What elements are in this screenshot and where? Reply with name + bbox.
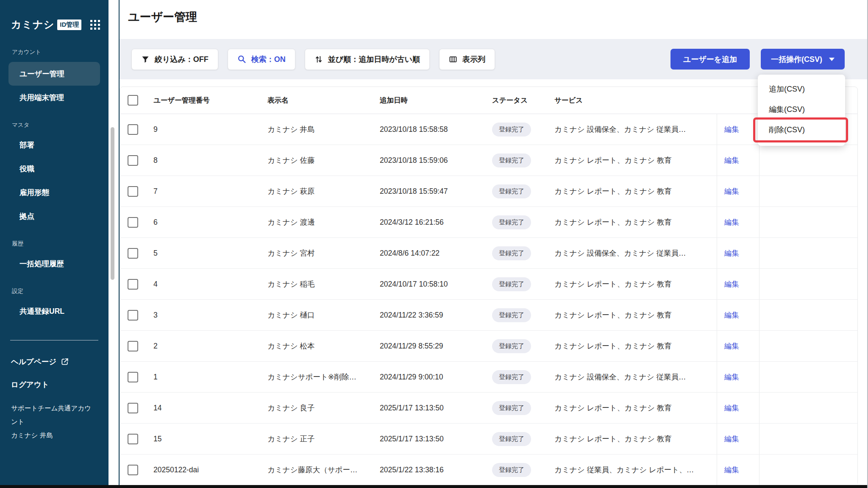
sidebar-item-employment-type[interactable]: 雇用形態 <box>0 181 108 204</box>
edit-link[interactable]: 編集 <box>724 124 739 134</box>
sidebar-panel: カミナシ ID管理 アカウント ユーザー管理 共用端末管理 マスタ 部署 <box>0 0 108 488</box>
sidebar-item-department[interactable]: 部署 <box>0 133 108 157</box>
menu-item-delete-csv[interactable]: 削除(CSV) <box>758 120 845 140</box>
account-user-name: カミナシ 井島 <box>11 429 97 442</box>
row-checkbox[interactable] <box>128 434 138 444</box>
row-user-id: 8 <box>146 156 260 165</box>
columns-button[interactable]: 表示列 <box>439 49 495 70</box>
columns-icon <box>449 55 457 64</box>
row-user-id: 2 <box>146 342 260 351</box>
row-display-name: カミナシ 井島 <box>260 124 373 134</box>
row-edit-cell: 編集 <box>717 207 759 237</box>
search-button[interactable]: 検索：ON <box>228 49 295 70</box>
row-extra-cell <box>759 331 857 361</box>
edit-link[interactable]: 編集 <box>724 155 739 165</box>
columns-button-label: 表示列 <box>462 54 485 64</box>
sidebar-item-user-management[interactable]: ユーザー管理 <box>8 62 100 86</box>
row-checkbox-cell <box>120 155 146 166</box>
bulk-operation-menu: 追加(CSV) 編集(CSV) 削除(CSV) <box>758 75 845 146</box>
table-row: 7 カミナシ 萩原 2023/10/18 15:59:47 登録完了 カミナシ … <box>120 176 857 207</box>
edit-link[interactable]: 編集 <box>724 341 739 351</box>
edit-link[interactable]: 編集 <box>724 372 739 382</box>
row-checkbox[interactable] <box>128 310 138 321</box>
row-checkbox-cell <box>120 124 146 135</box>
header-added-date[interactable]: 追加日時 <box>373 96 485 105</box>
sidebar-item-position[interactable]: 役職 <box>0 157 108 181</box>
header-service[interactable]: サービス <box>547 96 717 105</box>
current-account: サポートチーム共通アカウント カミナシ 井島 <box>11 402 97 442</box>
header-status[interactable]: ステータス <box>485 96 547 105</box>
search-button-label: 検索：ON <box>251 54 286 64</box>
edit-link[interactable]: 編集 <box>724 248 739 258</box>
row-edit-cell: 編集 <box>717 331 759 361</box>
sidebar-item-help-page[interactable]: ヘルプページ <box>11 357 108 367</box>
row-checkbox[interactable] <box>128 186 138 197</box>
brand-logo: カミナシ ID管理 <box>11 18 100 31</box>
bulk-operation-button[interactable]: 一括操作(CSV) <box>761 49 845 70</box>
sidebar-item-common-registration-url[interactable]: 共通登録URL <box>0 299 108 323</box>
row-display-name: カミナシ 渡邊 <box>260 217 373 227</box>
sidebar-item-bulk-history[interactable]: 一括処理履歴 <box>0 252 108 276</box>
filter-icon <box>141 55 150 64</box>
edit-link[interactable]: 編集 <box>724 279 739 289</box>
row-extra-cell <box>759 207 857 237</box>
row-status-cell: 登録完了 <box>485 277 547 291</box>
header-user-id[interactable]: ユーザー管理番号 <box>146 96 260 105</box>
row-services: カミナシ レポート、カミナシ 教育 <box>547 403 717 413</box>
status-badge: 登録完了 <box>492 463 531 477</box>
row-status-cell: 登録完了 <box>485 339 547 353</box>
sidebar-section-settings: 設定 <box>12 287 108 295</box>
row-checkbox[interactable] <box>128 124 138 135</box>
edit-link[interactable]: 編集 <box>724 465 739 475</box>
sidebar-divider <box>10 340 98 340</box>
row-checkbox[interactable] <box>128 372 138 382</box>
filter-button[interactable]: 絞り込み：OFF <box>131 49 218 70</box>
add-user-button[interactable]: ユーザーを追加 <box>670 49 750 70</box>
row-edit-cell: 編集 <box>717 393 759 423</box>
row-checkbox[interactable] <box>128 155 138 166</box>
row-checkbox[interactable] <box>128 465 138 475</box>
logout-label: ログアウト <box>11 379 49 390</box>
status-badge: 登録完了 <box>492 153 531 167</box>
table-row: 3 カミナシ 樋口 2024/11/22 3:36:59 登録完了 カミナシ レ… <box>120 300 857 331</box>
menu-item-add-csv[interactable]: 追加(CSV) <box>758 79 845 99</box>
sort-button[interactable]: 並び順：追加日時が古い順 <box>305 49 430 70</box>
row-extra-cell <box>759 424 857 454</box>
row-display-name: カミナシ藤原大（サポー… <box>260 465 373 475</box>
row-user-id: 3 <box>146 311 260 320</box>
select-all-checkbox[interactable] <box>128 95 138 106</box>
page-title: ユーザー管理 <box>128 9 867 25</box>
edit-link[interactable]: 編集 <box>724 403 739 413</box>
row-checkbox[interactable] <box>128 341 138 351</box>
row-checkbox[interactable] <box>128 279 138 290</box>
sidebar-section-account: アカウント <box>12 48 108 56</box>
edit-link[interactable]: 編集 <box>724 217 739 227</box>
row-services: カミナシ レポート、カミナシ 教育 <box>547 310 717 320</box>
header-display-name[interactable]: 表示名 <box>260 96 373 105</box>
row-extra-cell <box>759 300 857 330</box>
edit-link[interactable]: 編集 <box>724 434 739 444</box>
sidebar-item-logout[interactable]: ログアウト <box>11 379 108 390</box>
row-display-name: カミナシ 樋口 <box>260 310 373 320</box>
row-status-cell: 登録完了 <box>485 215 547 229</box>
sidebar-section-history: 履歴 <box>12 240 108 248</box>
status-badge: 登録完了 <box>492 277 531 291</box>
row-checkbox-cell <box>120 465 146 475</box>
table-row: 20250122-dai カミナシ藤原大（サポー… 2025/1/22 13:3… <box>120 455 857 485</box>
row-display-name: カミナシサポート※削除… <box>260 372 373 382</box>
table-row: 15 カミナシ 正子 2025/1/17 13:13:50 登録完了 カミナシ … <box>120 424 857 455</box>
app-grid-icon[interactable] <box>90 20 100 30</box>
table-row: 4 カミナシ 稲毛 2024/10/17 10:58:10 登録完了 カミナシ … <box>120 269 857 300</box>
menu-item-edit-csv[interactable]: 編集(CSV) <box>758 99 845 120</box>
sidebar-item-shared-device[interactable]: 共用端末管理 <box>0 86 108 109</box>
caret-down-icon <box>829 58 835 61</box>
row-checkbox[interactable] <box>128 403 138 413</box>
edit-link[interactable]: 編集 <box>724 310 739 320</box>
row-checkbox[interactable] <box>128 217 138 228</box>
row-checkbox-cell <box>120 434 146 444</box>
edit-link[interactable]: 編集 <box>724 186 739 196</box>
row-checkbox[interactable] <box>128 248 138 259</box>
sidebar-scrollbar-thumb[interactable] <box>111 127 114 280</box>
sidebar: カミナシ ID管理 アカウント ユーザー管理 共用端末管理 マスタ 部署 <box>0 0 120 488</box>
sidebar-item-location[interactable]: 拠点 <box>0 204 108 228</box>
